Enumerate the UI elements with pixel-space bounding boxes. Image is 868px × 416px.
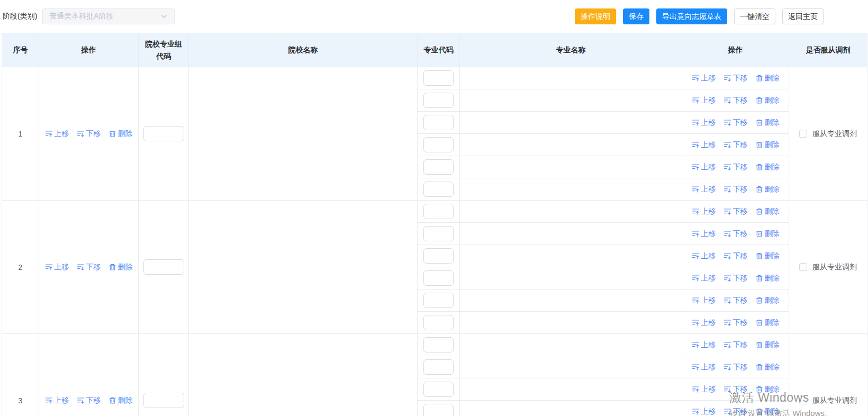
move-up-link[interactable]: 上移: [692, 118, 716, 128]
clear-all-button[interactable]: 一键清空: [734, 8, 775, 24]
delete-link[interactable]: 删除: [755, 340, 780, 350]
move-down-link[interactable]: 下移: [724, 407, 748, 416]
back-home-button[interactable]: 返回主页: [782, 8, 824, 24]
delete-link[interactable]: 删除: [108, 396, 133, 405]
delete-link[interactable]: 删除: [755, 96, 780, 105]
major-code-input[interactable]: [423, 359, 454, 375]
group-code-input[interactable]: [143, 393, 184, 408]
major-code-input[interactable]: [423, 226, 454, 241]
major-code-input[interactable]: [423, 315, 454, 330]
delete-link-label: 删除: [118, 263, 133, 272]
header-college-name: 院校名称: [189, 33, 418, 67]
delete-link[interactable]: 删除: [755, 162, 780, 172]
move-up-link[interactable]: 上移: [692, 74, 716, 83]
move-down-link[interactable]: 下移: [724, 140, 748, 150]
delete-link[interactable]: 删除: [755, 363, 780, 372]
move-down-link[interactable]: 下移: [77, 129, 101, 139]
header-seq: 序号: [2, 33, 39, 67]
move-up-link[interactable]: 上移: [692, 207, 716, 216]
move-up-link[interactable]: 上移: [692, 140, 716, 150]
move-up-link[interactable]: 上移: [692, 407, 716, 416]
move-down-link[interactable]: 下移: [724, 207, 748, 216]
delete-link[interactable]: 删除: [755, 296, 780, 305]
move-up-link[interactable]: 上移: [692, 229, 716, 239]
obey-adjust-checkbox[interactable]: [799, 263, 807, 271]
move-down-link[interactable]: 下移: [724, 74, 748, 83]
major-code-input[interactable]: [423, 93, 454, 108]
move-up-link[interactable]: 上移: [692, 274, 716, 283]
move-up-link[interactable]: 上移: [692, 318, 716, 328]
delete-link[interactable]: 删除: [755, 318, 780, 328]
move-down-link[interactable]: 下移: [724, 162, 748, 172]
delete-link[interactable]: 删除: [755, 185, 780, 194]
list-arrow-down-icon: [724, 119, 731, 126]
major-code-input[interactable]: [423, 293, 454, 308]
major-code-input[interactable]: [423, 337, 454, 352]
major-code-input[interactable]: [423, 270, 454, 286]
delete-link[interactable]: 删除: [755, 140, 780, 150]
list-arrow-down-icon: [724, 185, 731, 193]
group-code-input[interactable]: [143, 259, 184, 275]
delete-link[interactable]: 删除: [755, 118, 780, 128]
move-down-link[interactable]: 下移: [724, 96, 748, 105]
move-up-link[interactable]: 上移: [45, 129, 69, 139]
major-code-input[interactable]: [423, 159, 454, 175]
major-code-input[interactable]: [423, 70, 454, 86]
move-down-link[interactable]: 下移: [77, 396, 101, 405]
move-down-link[interactable]: 下移: [724, 340, 748, 350]
move-up-link[interactable]: 上移: [45, 396, 69, 405]
move-up-link[interactable]: 上移: [45, 263, 69, 272]
move-down-link[interactable]: 下移: [724, 185, 748, 194]
move-down-link[interactable]: 下移: [724, 363, 748, 372]
move-down-link[interactable]: 下移: [724, 296, 748, 305]
move-down-link-label: 下移: [733, 229, 748, 239]
move-down-link[interactable]: 下移: [724, 318, 748, 328]
save-button[interactable]: 保存: [623, 8, 649, 24]
major-code-input[interactable]: [423, 115, 454, 130]
delete-link[interactable]: 删除: [755, 207, 780, 216]
delete-link-label: 删除: [765, 385, 780, 394]
move-down-link[interactable]: 下移: [724, 118, 748, 128]
delete-link[interactable]: 删除: [755, 274, 780, 283]
move-down-link[interactable]: 下移: [724, 251, 748, 261]
major-code-input[interactable]: [423, 137, 454, 152]
move-down-link[interactable]: 下移: [77, 263, 101, 272]
major-code-cell: [418, 134, 460, 156]
major-code-input[interactable]: [423, 204, 454, 219]
major-code-input[interactable]: [423, 404, 454, 416]
delete-link[interactable]: 删除: [108, 129, 133, 139]
help-button[interactable]: 操作说明: [575, 8, 616, 24]
move-up-link[interactable]: 上移: [692, 296, 716, 305]
move-down-link[interactable]: 下移: [724, 274, 748, 283]
obey-adjust-checkbox[interactable]: [799, 396, 807, 404]
group-code-input[interactable]: [143, 126, 184, 141]
move-up-link[interactable]: 上移: [692, 162, 716, 172]
major-code-input[interactable]: [423, 382, 454, 397]
trash-icon: [755, 296, 763, 304]
export-draft-button[interactable]: 导出意向志愿草表: [656, 8, 727, 24]
move-down-link[interactable]: 下移: [724, 385, 748, 394]
move-up-link[interactable]: 上移: [692, 185, 716, 194]
delete-link[interactable]: 删除: [755, 385, 780, 394]
obey-adjust-checkbox[interactable]: [799, 130, 807, 138]
delete-link[interactable]: 删除: [755, 251, 780, 261]
major-ops-cell: 上移下移删除: [682, 223, 789, 245]
move-up-link-label: 上移: [701, 96, 716, 105]
move-up-link[interactable]: 上移: [692, 385, 716, 394]
delete-link[interactable]: 删除: [755, 407, 780, 416]
move-down-link-label: 下移: [733, 74, 748, 83]
move-down-link[interactable]: 下移: [724, 229, 748, 239]
major-code-input[interactable]: [423, 248, 454, 264]
trash-icon: [755, 363, 763, 371]
stage-category-select[interactable]: 普通类本科批A阶段: [42, 8, 175, 24]
major-code-input[interactable]: [423, 182, 454, 197]
move-up-link[interactable]: 上移: [692, 251, 716, 261]
delete-link[interactable]: 删除: [108, 263, 133, 272]
trash-icon: [755, 141, 763, 149]
delete-link[interactable]: 删除: [755, 74, 780, 83]
move-up-link[interactable]: 上移: [692, 363, 716, 372]
move-up-link[interactable]: 上移: [692, 96, 716, 105]
move-up-link[interactable]: 上移: [692, 340, 716, 350]
delete-link[interactable]: 删除: [755, 229, 780, 239]
move-up-link-label: 上移: [701, 140, 716, 150]
